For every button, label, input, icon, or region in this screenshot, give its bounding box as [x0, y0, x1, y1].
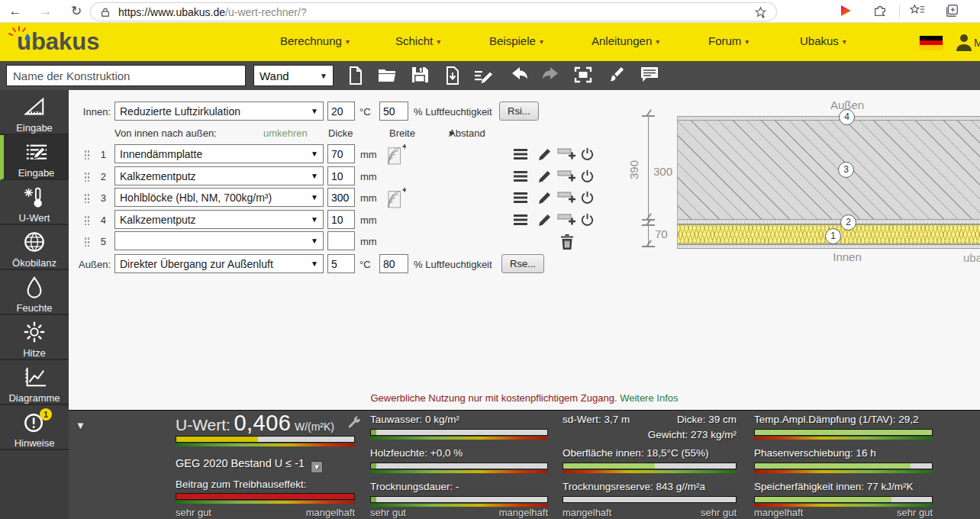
commercial-use-notice: Gewerbliche Nutzung nur mit kostenpflich… [69, 392, 980, 404]
forward-icon[interactable]: → [37, 2, 55, 21]
construction-name-input[interactable] [6, 65, 246, 86]
rse-button[interactable]: Rse... [501, 254, 544, 273]
construction-type-select[interactable]: Wand▼ [253, 65, 334, 86]
material-select-1[interactable]: Innendämmplatte▼ [114, 144, 324, 163]
innen-climate-select[interactable]: Reduzierte Luftzirkulation▼ [114, 102, 324, 121]
toggle-layer-icon[interactable] [580, 190, 597, 205]
aussen-temp-input[interactable] [327, 254, 355, 273]
layer-marker-2[interactable]: 2 [840, 214, 856, 230]
drag-handle[interactable] [84, 193, 89, 203]
collapse-panel-icon[interactable]: ▼ [76, 420, 85, 431]
wall-layer-hohlbloecke[interactable] [677, 121, 980, 219]
geg-dropdown-icon[interactable]: ▼ [311, 461, 323, 473]
ruler-triangle-icon [22, 95, 47, 118]
add-beams-icon[interactable] [388, 187, 406, 211]
layer-marker-3[interactable]: 3 [838, 162, 854, 178]
aussen-humidity-input[interactable] [379, 254, 408, 273]
reverse-link[interactable]: umkehren [263, 127, 308, 139]
weitere-infos-link[interactable]: Weitere Infos [620, 392, 678, 404]
drag-handle[interactable] [84, 215, 89, 225]
feedback-comment-icon[interactable] [640, 66, 659, 85]
material-select-3[interactable]: Hohlblöcke (Hbl, NM, 700kg/m³)▼ [114, 188, 324, 207]
wall-layer-putz-innen[interactable] [677, 219, 980, 224]
material-select-2[interactable]: Kalkzementputz▼ [114, 166, 324, 185]
toggle-layer-icon[interactable] [580, 212, 597, 227]
dicke-input-2[interactable] [327, 166, 355, 185]
sidebar-item-hinweise[interactable]: 1 Hinweise [0, 405, 69, 450]
drag-handle[interactable] [84, 172, 89, 182]
layer-marker-1[interactable]: 1 [825, 228, 841, 244]
export-pdf-icon[interactable] [443, 66, 463, 85]
sidebar-item-hitze[interactable]: Hitze [0, 315, 69, 360]
theme-brush-icon[interactable] [606, 66, 626, 85]
wrench-icon[interactable] [347, 415, 361, 432]
sidebar-item-eingabe-layers[interactable]: Eingabe [0, 135, 69, 180]
dicke-input-5[interactable] [327, 231, 355, 250]
language-flag-germany[interactable] [920, 36, 943, 50]
reload-icon[interactable]: ↻ [67, 2, 85, 21]
row-menu-icon[interactable] [513, 147, 530, 162]
edit-layer-icon[interactable] [537, 190, 554, 205]
rename-icon[interactable] [475, 66, 495, 85]
collections-icon[interactable] [944, 3, 959, 18]
layer-number: 5 [94, 236, 106, 247]
delete-layer-icon[interactable] [560, 234, 577, 250]
innen-humidity-input[interactable] [379, 102, 408, 121]
edit-layer-icon[interactable] [537, 212, 554, 227]
sidebar-item-u-wert[interactable]: U-Wert [0, 180, 69, 225]
nav-beispiele[interactable]: Beispiele▾ [489, 34, 543, 47]
sidebar-item-diagramme[interactable]: Diagramme [0, 360, 69, 405]
color-profile-icon[interactable] [838, 3, 853, 18]
redo-icon[interactable] [540, 66, 560, 85]
drag-handle[interactable] [84, 237, 89, 247]
fullscreen-icon[interactable] [573, 66, 593, 85]
nav-forum[interactable]: Forum▾ [708, 34, 749, 47]
row-menu-icon[interactable] [513, 190, 530, 205]
back-icon[interactable]: ← [6, 2, 24, 21]
chart-icon [22, 366, 47, 388]
add-layer-icon[interactable] [557, 190, 574, 205]
row-menu-icon[interactable] [513, 169, 530, 184]
rsi-button[interactable]: Rsi... [499, 102, 539, 121]
nav-schicht[interactable]: Schicht▾ [395, 34, 440, 47]
innen-temp-input[interactable] [327, 102, 355, 121]
nav-ubakus[interactable]: Ubakus▾ [800, 34, 846, 47]
save-icon[interactable] [410, 66, 430, 85]
toggle-layer-icon[interactable] [580, 169, 597, 184]
drag-handle[interactable] [84, 150, 89, 160]
dicke-input-1[interactable] [327, 144, 355, 163]
ubakus-logo[interactable]: ubakus [17, 28, 100, 56]
sidebar-item-oekobilanz[interactable]: Ökobilanz [0, 225, 69, 270]
open-folder-icon[interactable] [377, 66, 397, 85]
unit-label: mm [360, 149, 377, 160]
gewicht: Gewicht: 273 kg/m² [563, 429, 737, 440]
add-beams-icon[interactable] [388, 143, 406, 167]
material-select-5[interactable]: ▼ [114, 231, 324, 250]
layer-marker-4[interactable]: 4 [839, 109, 855, 125]
nav-anleitungen[interactable]: Anleitungen▾ [592, 34, 659, 47]
edit-layer-icon[interactable] [537, 169, 554, 184]
user-account[interactable]: M [956, 33, 972, 54]
undo-icon[interactable] [510, 66, 530, 85]
nav-berechnung[interactable]: Berechnung▾ [280, 34, 350, 47]
extensions-icon[interactable] [872, 3, 888, 18]
url-bar[interactable]: https://www.ubakus.de/u-wert-rechner/? [90, 2, 777, 21]
dicke-input-4[interactable] [327, 210, 355, 229]
aussen-climate-select[interactable]: Direkter Übergang zur Außenluft▼ [114, 254, 324, 273]
dicke-input-3[interactable] [327, 188, 355, 207]
add-layer-icon[interactable] [557, 147, 574, 162]
material-select-4[interactable]: Kalkzementputz▼ [114, 210, 324, 229]
innen-humidity-unit: % Luftfeuchtigkeit [414, 106, 492, 118]
add-layer-icon[interactable] [557, 169, 574, 184]
add-layer-icon[interactable] [557, 212, 574, 227]
layer-row-4: 4 Kalkzementputz▼ mm [69, 210, 618, 230]
toggle-layer-icon[interactable] [580, 147, 597, 162]
favorites-bar-icon[interactable] [910, 3, 925, 18]
sidebar-item-feuchte[interactable]: Feuchte [0, 270, 69, 315]
new-file-icon[interactable] [346, 66, 366, 85]
row-menu-icon[interactable] [513, 212, 530, 227]
divider [899, 5, 900, 18]
star-add-icon[interactable] [754, 6, 767, 19]
sidebar-item-eingabe-geometry[interactable]: Eingabe [0, 90, 69, 135]
edit-layer-icon[interactable] [537, 147, 554, 162]
